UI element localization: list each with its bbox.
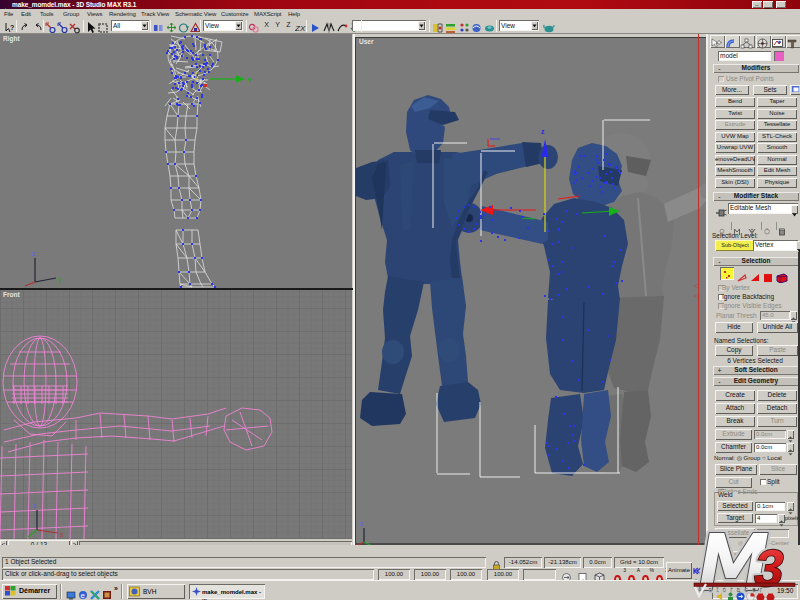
svg-text:?: ? bbox=[10, 24, 14, 31]
svg-text:y: y bbox=[58, 276, 62, 284]
svg-text:x: x bbox=[60, 531, 64, 538]
svg-text:◁: ◁ bbox=[694, 282, 700, 289]
svg-text:ZX: ZX bbox=[295, 24, 306, 33]
svg-text:z: z bbox=[360, 520, 363, 527]
svg-text:z: z bbox=[33, 502, 36, 509]
svg-text:z: z bbox=[32, 250, 35, 257]
svg-text:e: e bbox=[81, 591, 86, 600]
svg-text:Motoracer: Motoracer bbox=[699, 586, 766, 593]
svg-text:◁: ◁ bbox=[694, 292, 700, 299]
svg-text:z: z bbox=[541, 128, 545, 135]
svg-text:Y: Y bbox=[247, 77, 252, 84]
